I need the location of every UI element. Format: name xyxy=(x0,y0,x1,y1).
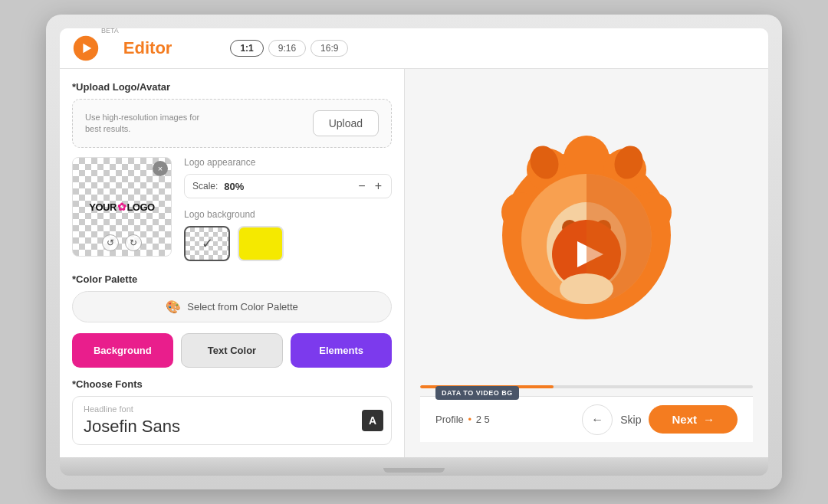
logo-flower-icon: ✿ xyxy=(117,201,127,213)
scale-plus-button[interactable]: + xyxy=(373,179,383,193)
upload-section-title: *Upload Logo/Avatar xyxy=(72,81,392,93)
font-value: Josefin Sans xyxy=(84,417,380,437)
back-icon: ← xyxy=(591,413,603,427)
beta-badge: BETA xyxy=(101,28,119,34)
step-current: 2 xyxy=(476,414,481,425)
profile-label: Profile xyxy=(435,414,464,425)
profile-info: Profile • 2 5 xyxy=(435,414,490,425)
palette-selector-button[interactable]: 🎨 Select from Color Palette xyxy=(72,291,392,322)
step-total: 5 xyxy=(485,414,490,425)
text-color-button[interactable]: Text Color xyxy=(181,333,284,368)
left-panel: *Upload Logo/Avatar Use high-resolution … xyxy=(60,69,405,457)
upload-area: Use high-resolution images for best resu… xyxy=(72,99,392,148)
app-logo-icon xyxy=(72,34,100,62)
aspect-ratio-1-1[interactable]: 1:1 xyxy=(230,40,263,57)
next-button[interactable]: Next → xyxy=(649,405,738,434)
bg-option-yellow[interactable] xyxy=(238,226,284,261)
your-text: YOUR xyxy=(89,201,117,213)
dot-separator: • xyxy=(468,414,474,425)
fonts-title: *Choose Fonts xyxy=(72,378,392,390)
fonts-section: *Choose Fonts Headline font Josefin Sans… xyxy=(72,378,392,445)
scale-value: 80% xyxy=(224,181,244,192)
bg-option-transparent[interactable]: ✓ xyxy=(184,226,230,261)
back-button[interactable]: ← xyxy=(582,404,613,435)
rotate-left-button[interactable]: ↺ xyxy=(102,234,119,251)
next-icon: → xyxy=(703,413,715,426)
svg-point-16 xyxy=(560,273,613,304)
aspect-ratio-group: 1:1 9:16 16:9 xyxy=(230,40,348,57)
bg-options: ✓ xyxy=(184,226,392,261)
logo-row: × YOUR ✿ LOGO ↺ ↻ L xyxy=(72,157,392,261)
preview-area xyxy=(420,84,753,385)
laptop-notch xyxy=(383,468,445,473)
logo-bg-label: Logo background xyxy=(184,209,392,220)
scale-minus-button[interactable]: − xyxy=(356,179,366,193)
logo-placeholder: YOUR ✿ LOGO xyxy=(89,201,154,213)
scale-label: Scale: xyxy=(192,181,218,191)
font-picker-button[interactable]: A xyxy=(362,410,383,431)
top-bar: BETA Editor 1:1 9:16 16:9 xyxy=(60,28,768,69)
rotate-right-button[interactable]: ↻ xyxy=(125,234,142,251)
logo-controls: ↺ ↻ xyxy=(102,234,142,251)
logo-appearance-label: Logo appearance xyxy=(184,157,392,168)
background-color-button[interactable]: Background xyxy=(72,333,173,368)
color-palette-title: *Color Palette xyxy=(72,273,392,285)
color-buttons: Background Text Color Elements xyxy=(72,333,392,368)
nav-buttons: ← Skip Next → xyxy=(582,404,738,435)
logo-preview-box: × YOUR ✿ LOGO ↺ ↻ xyxy=(72,157,172,257)
lion-logo-preview xyxy=(487,128,686,342)
palette-selector-label: Select from Color Palette xyxy=(187,301,298,313)
logo-text: LOGO xyxy=(127,201,154,213)
app-name: Editor xyxy=(123,38,172,58)
upload-hint: Use high-resolution images for best resu… xyxy=(85,112,208,136)
aspect-ratio-16-9[interactable]: 16:9 xyxy=(310,40,348,57)
bottom-bar: DATA TO VIDEO BG Profile • 2 5 ← xyxy=(420,396,753,442)
main-content: *Upload Logo/Avatar Use high-resolution … xyxy=(60,69,768,457)
elements-color-button[interactable]: Elements xyxy=(291,333,392,368)
data-badge: DATA TO VIDEO BG xyxy=(435,386,519,400)
right-panel: DATA TO VIDEO BG Profile • 2 5 ← xyxy=(405,69,768,457)
laptop-base xyxy=(60,457,768,476)
checkmark-icon: ✓ xyxy=(202,235,213,252)
aspect-ratio-9-16[interactable]: 9:16 xyxy=(268,40,306,57)
upload-button[interactable]: Upload xyxy=(313,110,379,136)
palette-icon: 🎨 xyxy=(166,299,181,314)
scale-row: Scale: 80% − + xyxy=(184,174,392,198)
color-palette-section: *Color Palette 🎨 Select from Color Palet… xyxy=(72,273,392,368)
font-A-icon: A xyxy=(369,414,376,427)
skip-button[interactable]: Skip xyxy=(620,414,641,426)
next-label: Next xyxy=(672,413,697,426)
app-logo: BETA Editor xyxy=(72,34,172,62)
logo-settings: Logo appearance Scale: 80% − + Logo back… xyxy=(184,157,392,261)
font-input-area: Headline font Josefin Sans A xyxy=(72,396,392,445)
font-label: Headline font xyxy=(84,404,380,414)
logo-close-button[interactable]: × xyxy=(153,161,168,176)
